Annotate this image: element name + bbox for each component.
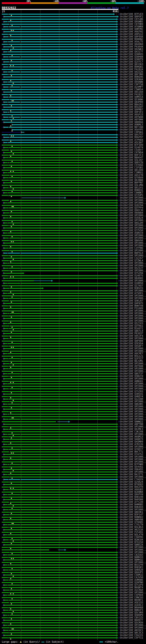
- query-gap-triangle-icon: [10, 125, 11, 126]
- alignment-arrowhead: [117, 308, 118, 309]
- subject-flank-dash: [2, 434, 4, 434]
- gap-notch: [20, 600, 20, 601]
- alignment-arrowhead: [117, 607, 118, 608]
- subject-flank-dash: [2, 298, 4, 298]
- gap-notch: [7, 263, 8, 264]
- query-gap-triangle-icon: [10, 548, 11, 549]
- alignment-arrowhead: [23, 272, 24, 274]
- subject-flank-dash-right: [118, 84, 120, 85]
- alignment-bar: [2, 371, 117, 372]
- subject-flank-dash: [2, 303, 4, 304]
- gap-notch: [8, 208, 9, 208]
- alignment-arrowhead: [117, 486, 118, 488]
- gap-notch: [8, 406, 8, 407]
- subject-flank-dash: [2, 87, 4, 87]
- alignment-bar: [2, 310, 117, 312]
- subject-flank-dash-right: [118, 64, 120, 65]
- query-gap-triangle-icon: [11, 618, 12, 619]
- subject-flank-dash: [2, 203, 4, 203]
- alignment-bar: [2, 366, 117, 367]
- gap-notch: [9, 414, 10, 415]
- query-gap-triangle-icon: [12, 276, 14, 277]
- gap-notch: [8, 177, 9, 178]
- query-gap-triangle-icon: [12, 417, 14, 418]
- subject-gap-line: [58, 550, 65, 550]
- alignment-arrowhead: [117, 542, 118, 543]
- alignment-bar: [2, 64, 117, 65]
- query-gap-triangle-icon: [12, 505, 14, 506]
- alignment-arrowhead: [117, 58, 118, 60]
- gap-notch: [9, 590, 10, 591]
- subject-flank-dash-right: [118, 215, 120, 216]
- subject-flank-dash: [2, 494, 4, 495]
- gap-notch: [9, 140, 9, 141]
- alignment-bar: [4, 620, 117, 621]
- query-gap-triangle-icon: [11, 176, 13, 177]
- gap-in-query-triangle-icon: [20, 641, 22, 643]
- alignment-arrowhead: [117, 64, 118, 65]
- gap-notch: [8, 86, 9, 88]
- alignment-bar: [4, 439, 117, 440]
- gap-notch: [8, 306, 8, 306]
- query-gap-triangle-icon: [11, 286, 12, 288]
- subject-flank-dash-right: [118, 190, 120, 190]
- alignment-arrowhead: [117, 506, 118, 508]
- subject-flank-dash-right: [118, 416, 120, 417]
- subject-flank-dash: [2, 328, 4, 329]
- alignment-bar: [4, 454, 117, 455]
- query-gap-triangle-icon: [11, 342, 13, 343]
- alignment-arrowhead: [117, 476, 118, 478]
- alignment-bar: [2, 527, 117, 528]
- alignment-bar: [4, 263, 117, 264]
- subject-flank-dash-right: [118, 487, 120, 487]
- alignment-arrowhead: [117, 509, 118, 510]
- alignment-arrowhead: [117, 111, 118, 113]
- query-gap-triangle-icon: [11, 256, 12, 257]
- gap-notch: [8, 637, 8, 638]
- query-gap-triangle-icon: [11, 60, 12, 61]
- query-gap-triangle-icon: [11, 130, 13, 131]
- subject-flank-dash: [2, 273, 4, 274]
- alignment-bar: [2, 562, 117, 563]
- subject-flank-dash: [2, 263, 4, 264]
- subject-flank-dash: [2, 147, 4, 148]
- gap-notch: [8, 338, 9, 339]
- alignment-bar: [4, 318, 117, 319]
- query-gap-triangle-icon: [11, 150, 12, 152]
- subject-flank-dash-right: [118, 598, 120, 598]
- alignment-bar: [2, 426, 117, 427]
- alignment-bar: [2, 320, 117, 322]
- alignment-arrowhead: [117, 174, 118, 176]
- alignment-arrowhead: [117, 468, 118, 470]
- subject-flank-dash-right: [118, 477, 120, 477]
- alignment-bar: [2, 185, 117, 186]
- gap-notch: [8, 268, 9, 269]
- gap-notch: [9, 627, 10, 628]
- alignment-arrowhead: [117, 270, 118, 272]
- gap-notch: [7, 464, 8, 465]
- gap-notch: [7, 72, 8, 73]
- alignment-arrowhead: [117, 89, 118, 90]
- alignment-arrowhead: [117, 159, 118, 161]
- alignment-arrowhead: [117, 534, 118, 536]
- query-gap-triangle-icon: [11, 492, 13, 494]
- subject-flank-dash-right: [118, 296, 120, 296]
- alignment-bar: [2, 215, 117, 216]
- gap-notch: [8, 466, 8, 468]
- query-gap-triangle-icon: [10, 578, 11, 579]
- subject-flank-dash-right: [118, 19, 120, 20]
- alignment-bar: [2, 446, 117, 447]
- alignment-arrowhead: [117, 51, 118, 53]
- alignment-arrowhead: [117, 142, 118, 144]
- subject-flank-dash-right: [118, 381, 120, 382]
- subject-flank-dash: [2, 479, 4, 480]
- subject-flank-dash-right: [118, 44, 120, 44]
- gap-legend-text1: Large gaps:: [2, 640, 18, 643]
- subject-flank-dash: [2, 560, 4, 560]
- alignment-arrowhead: [117, 21, 118, 22]
- alignment-arrowhead: [117, 237, 118, 239]
- gap-notch: [7, 323, 8, 324]
- alignment-bar: [4, 283, 117, 284]
- alignment-arrowhead: [117, 124, 118, 126]
- gap-notch: [8, 14, 8, 15]
